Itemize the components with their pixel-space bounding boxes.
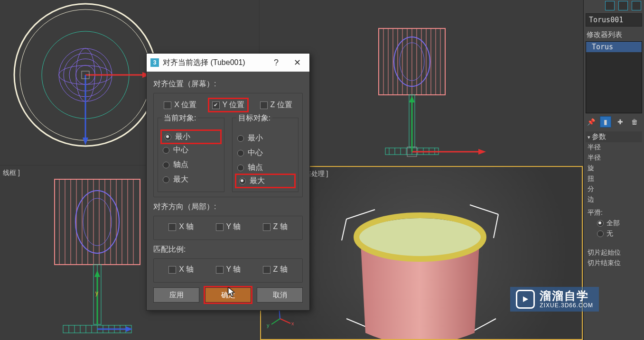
current-object-label: 当前对象:	[162, 113, 198, 123]
dialog-titlebar[interactable]: 3 对齐当前选择 (Tube001) ? ✕	[147, 54, 309, 72]
tab-icon[interactable]	[632, 1, 641, 10]
current-max-radio[interactable]: 最大	[161, 172, 221, 187]
target-object-label: 目标对象:	[236, 113, 272, 123]
align-orientation-label: 对齐方向（局部）:	[153, 202, 303, 212]
smooth-label: 平滑:	[588, 209, 603, 217]
svg-text:y: y	[267, 322, 270, 328]
align-dialog: 3 对齐当前选择 (Tube001) ? ✕ 对齐位置（屏幕）: X 位置 Y …	[146, 53, 310, 311]
align-position-group: X 位置 Y 位置 Z 位置 当前对象: 最小 中心	[153, 93, 303, 197]
z-position-checkbox[interactable]: Z 位置	[260, 99, 292, 111]
modifier-stack[interactable]: Torus	[586, 41, 642, 113]
smooth-none-label: 无	[607, 230, 613, 238]
current-min-radio[interactable]: 最小	[162, 131, 220, 143]
current-object-group: 当前对象: 最小 中心 轴点 最大	[158, 118, 224, 192]
mouse-cursor-icon	[228, 287, 235, 297]
tab-icon[interactable]	[605, 1, 615, 10]
svg-marker-91	[523, 296, 528, 302]
svg-rect-47	[55, 179, 140, 265]
scale-x-checkbox[interactable]: X 轴	[168, 265, 194, 275]
remove-mod-icon[interactable]: 🗑	[629, 117, 640, 127]
param-radius2: 半径	[588, 154, 601, 162]
param-twist: 扭	[588, 175, 594, 183]
svg-marker-44	[478, 149, 486, 155]
param-segments: 分	[588, 185, 594, 193]
scale-z-checkbox[interactable]: Z 轴	[263, 265, 288, 275]
close-button[interactable]: ✕	[289, 55, 306, 70]
dialog-title: 对齐当前选择 (Tube001)	[163, 58, 264, 68]
orient-z-checkbox[interactable]: Z 轴	[263, 222, 288, 232]
orient-y-checkbox[interactable]: Y 轴	[216, 222, 241, 232]
target-max-radio[interactable]: 最大	[236, 175, 295, 187]
command-panel-tabs	[605, 1, 641, 10]
tab-icon[interactable]	[618, 1, 628, 10]
svg-line-87	[271, 319, 280, 324]
slice-start-label: 切片起始位	[588, 248, 621, 257]
svg-marker-12	[83, 138, 88, 145]
y-position-checkbox[interactable]: Y 位置	[209, 99, 248, 111]
align-orientation-group: X 轴 Y 轴 Z 轴	[153, 216, 303, 240]
scale-y-checkbox[interactable]: Y 轴	[216, 265, 241, 275]
svg-marker-46	[409, 96, 415, 102]
orient-x-checkbox[interactable]: X 轴	[168, 222, 194, 232]
target-min-radio[interactable]: 最小	[235, 131, 296, 146]
show-end-result-icon[interactable]: ▮	[600, 116, 611, 128]
slice-end-label: 切片结束位	[588, 259, 621, 267]
match-scale-label: 匹配比例:	[153, 245, 303, 255]
target-object-group: 目标对象: 最小 中心 轴点 最大	[232, 118, 299, 192]
smooth-all-label: 全部	[607, 219, 620, 228]
current-pivot-radio[interactable]: 轴点	[161, 157, 221, 172]
align-position-label: 对齐位置（屏幕）:	[153, 79, 303, 89]
modifier-list-label[interactable]: 修改器列表	[586, 29, 642, 41]
modifier-stack-item[interactable]: Torus	[586, 42, 642, 52]
watermark: 溜溜自学 ZIXUE.3D66.COM	[510, 287, 599, 312]
watermark-brand: 溜溜自学	[540, 290, 593, 302]
smooth-all-radio[interactable]	[597, 220, 604, 227]
current-center-radio[interactable]: 中心	[161, 143, 221, 157]
param-radius1: 半径	[588, 143, 601, 152]
param-rotation: 旋	[588, 164, 594, 173]
svg-text:x: x	[291, 321, 294, 326]
cancel-button[interactable]: 取消	[257, 287, 303, 303]
x-position-checkbox[interactable]: X 位置	[164, 99, 196, 111]
svg-marker-79	[94, 270, 100, 277]
app-icon: 3	[150, 58, 159, 67]
object-name-field[interactable]: Torus001	[586, 13, 642, 27]
target-center-radio[interactable]: 中心	[235, 146, 296, 160]
pin-icon[interactable]: 📌	[586, 117, 596, 127]
svg-point-63	[83, 198, 112, 246]
rollout-parameters[interactable]: 参数	[586, 131, 642, 142]
smooth-none-radio[interactable]	[597, 230, 604, 237]
apply-button[interactable]: 应用	[153, 287, 199, 303]
play-icon	[516, 290, 535, 309]
target-pivot-radio[interactable]: 轴点	[235, 160, 296, 175]
watermark-url: ZIXUE.3D66.COM	[540, 303, 593, 309]
help-button[interactable]: ?	[268, 55, 285, 70]
unique-icon[interactable]: ✚	[615, 117, 625, 127]
svg-line-85	[280, 319, 290, 323]
param-sides: 边	[588, 195, 594, 204]
svg-text:y: y	[95, 290, 98, 296]
match-scale-group: X 轴 Y 轴 Z 轴	[153, 258, 303, 283]
